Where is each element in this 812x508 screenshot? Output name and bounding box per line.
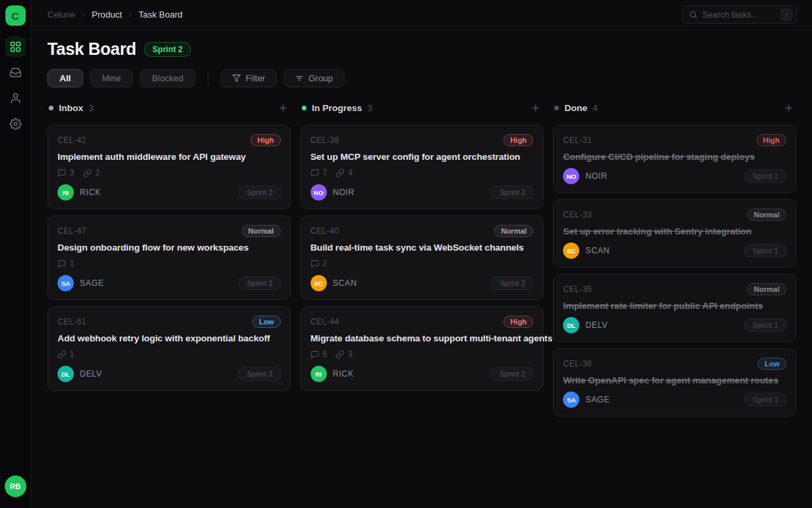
sprint-tag: Sprint 1 <box>744 169 786 183</box>
link-icon <box>58 350 66 359</box>
task-title: Migrate database schema to support multi… <box>311 333 534 343</box>
comment-bubble-icon <box>58 259 66 268</box>
column-header: Done 4 <box>553 102 796 114</box>
assignee-name: SCAN <box>333 278 357 288</box>
task-title: Build real-time task sync via WebSocket … <box>311 242 534 253</box>
avatar: SC <box>311 275 327 291</box>
sidebar-item-inbox[interactable] <box>5 62 26 83</box>
comments-count: 5 <box>323 350 328 359</box>
task-id: CEL-51 <box>58 317 87 326</box>
task-title: Set up MCP server config for agent orche… <box>311 152 534 162</box>
priority-badge: High <box>503 316 533 328</box>
link-icon <box>336 169 344 177</box>
board-column: Done 4 CEL-31 High Configure CI/CD pipel… <box>553 102 796 423</box>
card-meta: 3 2 <box>58 168 281 177</box>
avatar: DL <box>563 317 579 333</box>
assignee-name: RICK <box>333 369 354 379</box>
search-input[interactable] <box>702 10 776 20</box>
tab-mine[interactable]: Mine <box>90 69 133 87</box>
current-user-avatar[interactable]: RB <box>5 475 26 497</box>
column-title: Inbox <box>59 103 83 113</box>
add-task-button[interactable] <box>782 102 795 114</box>
breadcrumb-product[interactable]: Product <box>92 9 122 20</box>
task-title: Implement auth middleware for API gatewa… <box>58 152 281 162</box>
comment-bubble-icon <box>311 350 319 359</box>
add-task-button[interactable] <box>529 102 542 114</box>
assignee-name: SAGE <box>585 395 610 404</box>
column-status-dot <box>554 106 559 110</box>
task-card[interactable]: CEL-47 Normal Design onboarding flow for… <box>47 215 291 300</box>
priority-badge: High <box>757 134 786 146</box>
view-tabs: AllMineBlocked <box>47 69 196 87</box>
priority-badge: Normal <box>747 209 786 221</box>
sprint-tag: Sprint 1 <box>744 244 786 257</box>
search-icon <box>689 10 698 19</box>
card-meta: 2 <box>311 259 534 268</box>
priority-badge: High <box>250 134 280 146</box>
search-box[interactable]: / <box>682 5 797 24</box>
task-title: Configure CI/CD pipeline for staging dep… <box>563 152 786 162</box>
add-task-button[interactable] <box>277 102 290 114</box>
task-card[interactable]: CEL-31 High Configure CI/CD pipeline for… <box>553 125 796 193</box>
sprint-tag: Sprint 1 <box>744 393 786 406</box>
sprint-badge: Sprint 2 <box>144 42 191 57</box>
workspace-logo-letter: C <box>12 10 19 22</box>
current-user-initials: RB <box>10 482 21 490</box>
task-id: CEL-31 <box>563 135 592 145</box>
column-title: Done <box>564 103 587 113</box>
sidebar-item-settings[interactable] <box>5 114 26 134</box>
task-card[interactable]: CEL-33 Normal Set up error tracking with… <box>553 199 796 268</box>
links-count: 1 <box>70 350 74 359</box>
task-card[interactable]: CEL-36 Low Write OpenAPI spec for agent … <box>553 348 796 417</box>
dashboard-grid-icon <box>9 41 22 53</box>
task-card[interactable]: CEL-44 High Migrate database schema to s… <box>300 306 544 391</box>
breadcrumb-separator: › <box>129 9 131 20</box>
column-status-dot <box>302 106 307 110</box>
task-title: Implement rate limiter for public API en… <box>563 301 786 311</box>
avatar: NO <box>563 168 579 184</box>
task-id: CEL-36 <box>563 359 592 368</box>
task-title: Design onboarding flow for new workspace… <box>58 242 281 253</box>
avatar: RI <box>58 184 74 200</box>
card-meta: 7 4 <box>311 168 534 177</box>
task-card[interactable]: CEL-35 Normal Implement rate limiter for… <box>553 274 796 342</box>
comments-count: 7 <box>323 168 328 177</box>
sidebar-item-members[interactable] <box>5 88 26 108</box>
avatar: NO <box>311 184 327 200</box>
card-list: CEL-31 High Configure CI/CD pipeline for… <box>553 125 796 417</box>
card-meta: 5 3 <box>311 350 534 359</box>
group-button[interactable]: Group <box>284 69 344 87</box>
avatar: SC <box>563 242 579 259</box>
tab-all[interactable]: All <box>47 69 83 87</box>
column-status-dot <box>49 106 53 110</box>
topbar: Celune › Product › Task Board / <box>31 0 812 30</box>
priority-badge: Low <box>252 316 281 328</box>
links-count: 2 <box>95 168 100 177</box>
priority-badge: Normal <box>494 225 533 237</box>
task-id: CEL-33 <box>563 210 592 219</box>
tab-blocked[interactable]: Blocked <box>140 69 196 87</box>
task-card[interactable]: CEL-42 High Implement auth middleware fo… <box>47 125 291 209</box>
filter-button[interactable]: Filter <box>221 69 277 87</box>
link-icon <box>336 350 344 359</box>
task-card[interactable]: CEL-40 Normal Build real-time task sync … <box>300 215 544 300</box>
breadcrumb-workspace[interactable]: Celune <box>47 9 75 20</box>
group-lines-icon <box>295 74 304 83</box>
sidebar-item-board[interactable] <box>5 37 26 57</box>
task-card[interactable]: CEL-51 Low Add webhook retry logic with … <box>47 306 291 391</box>
assignee-name: RICK <box>80 188 101 197</box>
task-card[interactable]: CEL-38 High Set up MCP server config for… <box>300 125 544 209</box>
comments-count: 1 <box>70 259 74 268</box>
avatar: RI <box>311 366 327 382</box>
comments-stat: 7 <box>311 168 328 177</box>
assignee-name: SCAN <box>585 246 610 255</box>
sprint-tag: Sprint 2 <box>239 186 281 199</box>
column-header: Inbox 3 <box>47 102 291 114</box>
task-title: Add webhook retry logic with exponential… <box>58 333 281 343</box>
card-meta: 1 <box>58 259 281 268</box>
card-meta: 1 <box>58 350 281 359</box>
task-id: CEL-44 <box>311 317 340 326</box>
assignee-name: DELV <box>80 369 102 379</box>
column-title: In Progress <box>312 103 362 113</box>
workspace-logo[interactable]: C <box>5 5 26 26</box>
